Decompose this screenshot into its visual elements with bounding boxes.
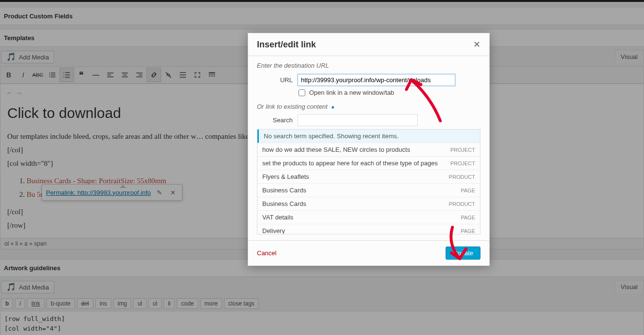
result-row[interactable]: set the products to appear here for each… [257, 157, 480, 170]
insert-link-modal: Insert/edit link ✕ Enter the destination… [248, 33, 490, 266]
result-row[interactable]: Flyers & LeafletsPRODUCT [257, 170, 480, 184]
results-info: No search term specified. Showing recent… [257, 130, 480, 143]
modal-title: Insert/edit link [257, 40, 316, 50]
collapse-icon[interactable]: ▲ [330, 104, 335, 109]
search-label: Search [257, 117, 298, 124]
url-input[interactable] [298, 74, 455, 86]
result-row[interactable]: Business CardsPRODUCT [257, 197, 480, 211]
result-row[interactable]: Business CardsPAGE [257, 184, 480, 197]
result-row[interactable]: how do we add these SALE, NEW circles to… [257, 143, 480, 157]
or-link-label: Or link to existing content [257, 103, 328, 110]
url-label: URL [257, 76, 298, 84]
result-row[interactable]: DeliveryPAGE [257, 224, 480, 234]
search-input[interactable] [298, 114, 418, 126]
search-results: No search term specified. Showing recent… [257, 129, 480, 234]
new-tab-checkbox[interactable] [299, 89, 305, 96]
new-tab-label: Open link in a new window/tab [309, 89, 394, 96]
close-icon[interactable]: ✕ [473, 39, 480, 50]
cancel-button[interactable]: Cancel [257, 249, 276, 257]
modal-hint: Enter the destination URL [257, 62, 480, 69]
result-row[interactable]: VAT detailsPAGE [257, 211, 480, 224]
update-button[interactable]: Update [446, 247, 480, 260]
